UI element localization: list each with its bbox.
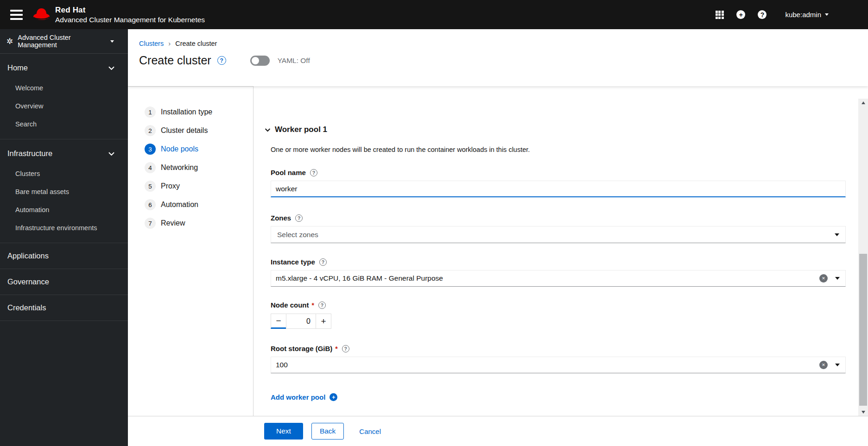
user-dropdown[interactable]: kube:admin bbox=[785, 11, 829, 19]
step-label: Installation type bbox=[161, 108, 212, 116]
instance-type-label: Instance type bbox=[271, 258, 315, 266]
chevron-down-icon bbox=[108, 151, 115, 157]
zones-select[interactable]: Select zones bbox=[271, 226, 846, 243]
zones-label: Zones bbox=[271, 214, 291, 222]
yaml-toggle[interactable] bbox=[250, 56, 270, 66]
yaml-toggle-label: YAML: Off bbox=[278, 57, 310, 65]
step-label: Cluster details bbox=[161, 126, 208, 135]
sidebar-item-credentials[interactable]: Credentials bbox=[0, 295, 128, 320]
sidebar-item-label: Applications bbox=[7, 251, 49, 260]
sidebar-item-overview[interactable]: Overview bbox=[0, 97, 128, 115]
back-button[interactable]: Back bbox=[311, 423, 344, 440]
sidebar-section-infrastructure: Infrastructure Clusters Bare metal asset… bbox=[0, 139, 128, 243]
sidebar-section-governance: Governance bbox=[0, 269, 128, 295]
sidebar-section-applications: Applications bbox=[0, 243, 128, 269]
content-scrollbar[interactable] bbox=[858, 99, 868, 416]
decrement-minus-icon[interactable]: − bbox=[271, 314, 286, 329]
sidebar-item-infrastructure[interactable]: Infrastructure bbox=[0, 139, 128, 165]
node-count-help-icon[interactable]: ? bbox=[318, 302, 326, 309]
wizard-step-networking[interactable]: 4 Networking bbox=[145, 158, 253, 177]
caret-down-icon bbox=[110, 40, 114, 43]
brand-subtitle: Advanced Cluster Management for Kubernet… bbox=[55, 16, 205, 24]
next-button[interactable]: Next bbox=[264, 423, 303, 440]
scroll-down-icon[interactable] bbox=[858, 408, 868, 416]
node-count-input[interactable] bbox=[286, 314, 316, 329]
nav-toggle-hamburger-icon[interactable] bbox=[10, 10, 23, 20]
pool-name-help-icon[interactable]: ? bbox=[310, 169, 317, 176]
main-area: Clusters › Create cluster Create cluster… bbox=[128, 29, 868, 446]
breadcrumb-clusters-link[interactable]: Clusters bbox=[139, 40, 164, 47]
sidebar-item-label: Home bbox=[7, 63, 28, 72]
node-count-field: Node count * ? − + bbox=[271, 301, 846, 329]
increment-plus-icon[interactable]: + bbox=[316, 314, 331, 329]
title-row: Create cluster ? YAML: Off bbox=[139, 54, 868, 67]
step-number: 2 bbox=[145, 125, 156, 136]
node-count-label: Node count bbox=[271, 301, 309, 309]
sidebar-item-search[interactable]: Search bbox=[0, 115, 128, 133]
instance-type-input[interactable] bbox=[271, 270, 846, 287]
instance-type-field: Instance type ? ✕ bbox=[271, 258, 846, 287]
brand-text: Red Hat Advanced Cluster Management for … bbox=[55, 6, 205, 24]
worker-pool-section-header[interactable]: Worker pool 1 bbox=[265, 125, 846, 134]
shell: ✲ Advanced Cluster Management Home Welco… bbox=[0, 29, 868, 446]
wizard-step-cluster-details[interactable]: 2 Cluster details bbox=[145, 121, 253, 140]
wizard-step-proxy[interactable]: 5 Proxy bbox=[145, 177, 253, 195]
breadcrumb-separator-icon: › bbox=[168, 39, 171, 47]
wizard-step-automation[interactable]: 6 Automation bbox=[145, 195, 253, 214]
section-title-text: Worker pool 1 bbox=[275, 125, 327, 134]
wizard-step-node-pools[interactable]: 3 Node pools bbox=[145, 140, 253, 158]
page-help-icon[interactable]: ? bbox=[217, 56, 226, 65]
sidebar-item-clusters[interactable]: Clusters bbox=[0, 165, 128, 183]
select-caret-icon[interactable] bbox=[835, 364, 840, 366]
caret-down-icon bbox=[825, 13, 829, 16]
sidebar-item-infrastructure-environments[interactable]: Infrastructure environments bbox=[0, 219, 128, 237]
node-count-stepper: − + bbox=[271, 314, 846, 329]
zones-help-icon[interactable]: ? bbox=[295, 214, 303, 222]
help-menu-icon[interactable]: ? bbox=[758, 10, 767, 19]
sidebar-item-bare-metal-assets[interactable]: Bare metal assets bbox=[0, 183, 128, 201]
step-number: 6 bbox=[145, 199, 156, 210]
create-plus-icon[interactable]: + bbox=[736, 10, 745, 19]
sidebar-item-welcome[interactable]: Welcome bbox=[0, 79, 128, 97]
masthead-toolbar: + ? kube:admin bbox=[703, 10, 829, 19]
instance-type-label-row: Instance type ? bbox=[271, 258, 846, 266]
clear-selection-icon[interactable]: ✕ bbox=[819, 361, 828, 369]
sidebar-item-applications[interactable]: Applications bbox=[0, 243, 128, 269]
wizard-step-review[interactable]: 7 Review bbox=[145, 214, 253, 232]
cancel-button[interactable]: Cancel bbox=[359, 427, 381, 435]
clear-selection-icon[interactable]: ✕ bbox=[819, 274, 828, 283]
page-header: Clusters › Create cluster Create cluster… bbox=[128, 29, 868, 86]
app-window: Red Hat Advanced Cluster Management for … bbox=[0, 0, 868, 446]
add-worker-pool-link[interactable]: Add worker pool + bbox=[271, 393, 337, 401]
root-storage-label-row: Root storage (GiB) * ? bbox=[271, 345, 846, 352]
section-description: One or more worker nodes will be created… bbox=[271, 146, 846, 153]
select-caret-icon[interactable] bbox=[835, 277, 840, 280]
sidebar-item-automation[interactable]: Automation bbox=[0, 201, 128, 219]
question-circle-icon: ? bbox=[758, 10, 767, 19]
root-storage-combobox: ✕ bbox=[271, 357, 846, 373]
perspective-switcher[interactable]: ✲ Advanced Cluster Management bbox=[0, 29, 128, 54]
grid-icon bbox=[716, 11, 724, 19]
app-launcher-icon[interactable] bbox=[715, 10, 724, 19]
brand: Red Hat Advanced Cluster Management for … bbox=[32, 6, 205, 24]
sidebar-item-label: Infrastructure bbox=[7, 149, 52, 158]
sidebar-item-label: Credentials bbox=[7, 303, 46, 312]
sidebar-item-governance[interactable]: Governance bbox=[0, 269, 128, 295]
required-marker: * bbox=[312, 302, 314, 309]
scroll-up-icon[interactable] bbox=[858, 99, 868, 107]
pool-name-input[interactable] bbox=[271, 181, 846, 197]
toggle-knob bbox=[252, 57, 259, 64]
username: kube:admin bbox=[785, 11, 821, 19]
root-storage-help-icon[interactable]: ? bbox=[342, 345, 349, 352]
scrollbar-thumb[interactable] bbox=[859, 254, 867, 406]
wizard-step-installation-type[interactable]: 1 Installation type bbox=[145, 103, 253, 121]
instance-type-help-icon[interactable]: ? bbox=[319, 258, 327, 266]
breadcrumb-current: Create cluster bbox=[175, 40, 217, 47]
sidebar-item-label: Governance bbox=[7, 277, 49, 286]
brand-title: Red Hat bbox=[55, 6, 205, 15]
pool-name-label: Pool name bbox=[271, 169, 306, 176]
sidebar-item-home[interactable]: Home bbox=[0, 54, 128, 79]
root-storage-input[interactable] bbox=[271, 357, 846, 373]
step-number: 3 bbox=[145, 144, 156, 155]
select-caret-icon bbox=[835, 233, 839, 236]
